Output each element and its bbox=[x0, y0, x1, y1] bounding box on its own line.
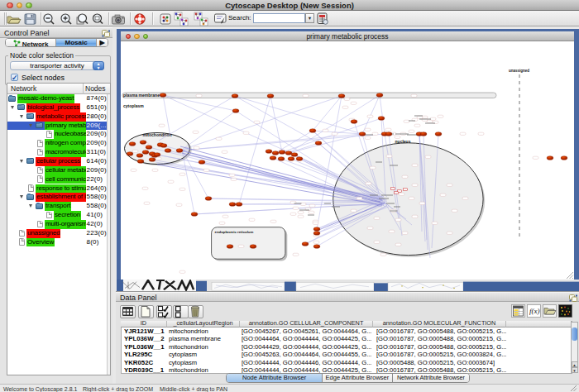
svg-text:f(x): f(x) bbox=[529, 307, 540, 315]
svg-text:cytoplasm: cytoplasm bbox=[123, 103, 144, 108]
svg-text:mitochondrion: mitochondrion bbox=[143, 132, 172, 137]
svg-text:plasma membrane: plasma membrane bbox=[123, 93, 160, 98]
svg-text:endoplasmic reticulum: endoplasmic reticulum bbox=[215, 230, 254, 234]
svg-text:nucleus: nucleus bbox=[395, 139, 411, 144]
svg-text:unassigned: unassigned bbox=[509, 69, 529, 73]
